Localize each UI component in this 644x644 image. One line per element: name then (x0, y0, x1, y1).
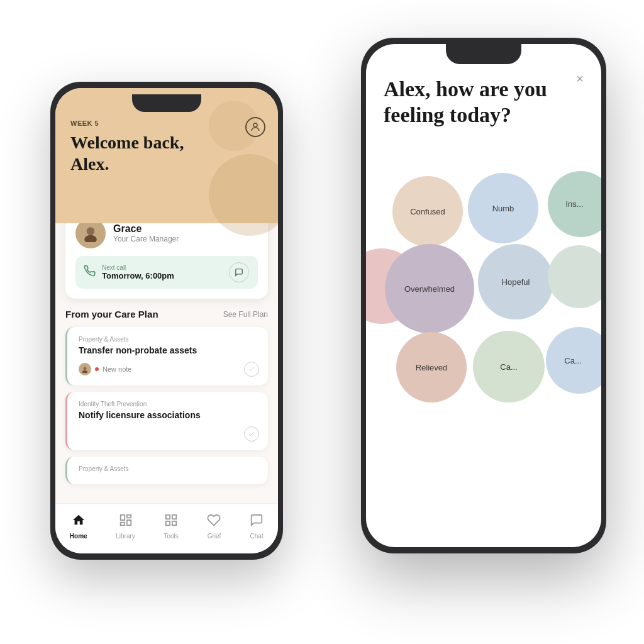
svg-point-2 (84, 235, 97, 242)
svg-rect-11 (166, 521, 170, 525)
message-icon[interactable] (229, 262, 249, 282)
phone2-notch (446, 44, 521, 64)
close-button[interactable]: × (576, 72, 584, 86)
task-category-1: Property & Assets (79, 336, 259, 343)
svg-rect-12 (172, 521, 176, 525)
svg-point-3 (84, 367, 87, 370)
svg-rect-9 (166, 514, 170, 518)
svg-point-0 (253, 123, 257, 127)
nav-tools-label: Tools (164, 533, 178, 540)
svg-rect-7 (126, 520, 130, 525)
task-note-1: New note (79, 363, 131, 375)
task-category-3: Property & Assets (79, 465, 259, 472)
task-check-1[interactable] (244, 362, 259, 377)
emotion-relieved[interactable]: Ca... (473, 331, 545, 402)
care-manager-role: Your Care Manager (113, 235, 179, 243)
phone2-device: × Alex, how are you feeling today? Confu… (361, 38, 606, 553)
task-check-2[interactable] (244, 426, 259, 441)
care-plan-section: From your Care Plan See Full Plan Proper… (55, 309, 278, 484)
svg-rect-6 (126, 514, 130, 518)
nav-chat-label: Chat (250, 533, 264, 540)
phone1-screen: WEEK 5 Welcome back,Alex. (55, 88, 278, 553)
emotion-numb[interactable]: Numb (468, 173, 538, 243)
phone2-screen: × Alex, how are you feeling today? Confu… (366, 44, 601, 547)
nav-grief-label: Grief (208, 533, 221, 540)
emotion-calm-partial[interactable]: Ca... (546, 327, 601, 394)
nav-home[interactable]: Home (70, 513, 87, 540)
svg-rect-5 (120, 514, 124, 519)
see-full-plan-link[interactable]: See Full Plan (223, 310, 268, 319)
nav-grief[interactable]: Grief (207, 513, 221, 540)
emotion-confused[interactable]: Confused (392, 176, 463, 247)
emotion-guilty[interactable]: Relieved (396, 332, 467, 402)
nav-library-label: Library (116, 533, 135, 540)
svg-rect-10 (172, 514, 176, 518)
emotion-calm-partial-top[interactable] (548, 245, 601, 308)
nav-home-label: Home (70, 533, 87, 540)
next-call-time: Tomorrow, 6:00pm (102, 271, 174, 280)
chat-nav-icon (250, 513, 264, 531)
library-icon (119, 513, 133, 531)
task-card-1: Property & Assets Transfer non-probate a… (65, 327, 268, 386)
phone1-notch (132, 94, 201, 112)
task-title-2: Notify licensure associations (79, 410, 259, 420)
emotion-bubbles-container: Confused Numb Ins... Overwhelmed Hopeful (366, 170, 601, 547)
home-icon (72, 513, 86, 531)
scene: WEEK 5 Welcome back,Alex. (0, 0, 644, 644)
grief-heart-icon (207, 513, 221, 531)
task-title-1: Transfer non-probate assets (79, 345, 259, 355)
svg-point-1 (87, 227, 95, 235)
task-card-3: Property & Assets (65, 457, 268, 484)
note-avatar-1 (79, 363, 91, 375)
nav-chat[interactable]: Chat (250, 513, 264, 540)
emotion-overwhelmed[interactable]: Overwhelmed (385, 244, 474, 333)
care-plan-title: From your Care Plan (65, 309, 158, 319)
emotion-inspired-partial[interactable]: Ins... (548, 171, 601, 237)
task-category-2: Identity Theft Prevention (79, 401, 259, 408)
task-card-2: Identity Theft Prevention Notify licensu… (65, 392, 268, 450)
nav-tools[interactable]: Tools (164, 513, 178, 540)
phone-icon (84, 265, 96, 280)
svg-point-4 (82, 370, 87, 373)
profile-icon[interactable] (245, 117, 265, 137)
emotion-hopeful[interactable]: Hopeful (478, 244, 553, 319)
next-call-label: Next call (102, 264, 174, 271)
care-manager-name: Grace (113, 223, 179, 235)
bottom-nav: Home Library Tools (55, 503, 278, 553)
tools-icon (164, 513, 178, 531)
next-call-row[interactable]: Next call Tomorrow, 6:00pm (75, 256, 258, 289)
new-note-dot (95, 367, 99, 371)
new-note-label: New note (103, 365, 131, 373)
phone1-device: WEEK 5 Welcome back,Alex. (50, 82, 283, 560)
svg-rect-8 (120, 522, 124, 525)
nav-library[interactable]: Library (116, 513, 135, 540)
